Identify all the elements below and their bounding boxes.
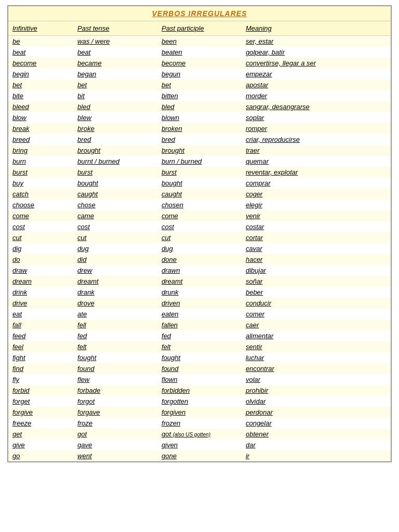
table-row: drivedrovedrivenconducir	[8, 298, 391, 309]
cell-past-tense: cut	[73, 232, 157, 243]
cell-meaning: sentir	[242, 341, 391, 352]
cell-past-tense: drew	[73, 265, 157, 276]
cell-infinitive: forbid	[8, 385, 73, 396]
table-row: getgotgot (also US gotten)obtener	[8, 429, 391, 440]
cell-past-participle: fought	[157, 352, 242, 363]
cell-past-tense: felt	[73, 341, 157, 352]
cell-past-participle: caught	[157, 189, 242, 200]
table-row: digdugdugcavar	[8, 243, 391, 254]
cell-infinitive: begin	[8, 69, 73, 79]
cell-infinitive: bite	[8, 90, 73, 101]
cell-meaning: quemar	[242, 156, 391, 167]
header-past-participle: Past participle	[157, 21, 242, 36]
cell-infinitive: do	[8, 254, 73, 265]
cell-past-participle: drawn	[157, 265, 242, 276]
cell-past-participle: burn / burned	[157, 156, 242, 167]
header-meaning: Meaning	[242, 21, 391, 36]
table-row: gowentgoneir	[8, 450, 391, 461]
cell-meaning: comprar	[242, 178, 391, 189]
cell-meaning: perdonar	[242, 407, 391, 418]
cell-past-participle: been	[157, 36, 242, 47]
cell-infinitive: breed	[8, 134, 73, 145]
cell-infinitive: eat	[8, 309, 73, 320]
cell-infinitive: forgive	[8, 407, 73, 418]
table-row: becomebecamebecomeconvertirse, llegar a …	[8, 58, 391, 69]
cell-past-participle: cut	[157, 232, 242, 243]
table-row: freezefrozefrozencongelar	[8, 418, 391, 429]
cell-past-tense: forgave	[73, 407, 157, 418]
cell-meaning: luchar	[242, 352, 391, 363]
cell-past-tense: caught	[73, 189, 157, 200]
cell-meaning: alimentar	[242, 330, 391, 341]
table-row: flyflewflownvolar	[8, 374, 391, 385]
cell-meaning: caer	[242, 320, 391, 330]
cell-meaning: comer	[242, 309, 391, 320]
table-row: fallfellfallencaer	[8, 320, 391, 330]
table-row: beatbeatbeatengolpear, batir	[8, 47, 391, 58]
cell-past-participle: fallen	[157, 320, 242, 330]
cell-meaning: congelar	[242, 418, 391, 429]
cell-past-tense: burst	[73, 167, 157, 178]
cell-past-tense: bred	[73, 134, 157, 145]
cell-infinitive: fly	[8, 374, 73, 385]
cell-infinitive: fight	[8, 352, 73, 363]
table-title-row: VERBOS IRREGULARES	[8, 6, 391, 21]
cell-past-tense: fell	[73, 320, 157, 330]
cell-infinitive: bleed	[8, 101, 73, 112]
table-row: findfoundfoundencontrar	[8, 363, 391, 374]
cell-infinitive: forget	[8, 396, 73, 407]
cell-past-participle: bled	[157, 101, 242, 112]
cell-infinitive: break	[8, 123, 73, 134]
cell-infinitive: find	[8, 363, 73, 374]
table-row: givegavegivendar	[8, 440, 391, 450]
cell-meaning: morder	[242, 90, 391, 101]
table-row: blowblewblownsoplar	[8, 112, 391, 123]
irregular-verbs-table: Infinitive Past tense Past participle Me…	[8, 21, 391, 461]
table-row: burnburnt / burnedburn / burnedquemar	[8, 156, 391, 167]
cell-past-participle: become	[157, 58, 242, 69]
cell-infinitive: go	[8, 450, 73, 461]
table-row: dodiddonehacer	[8, 254, 391, 265]
cell-meaning: cavar	[242, 243, 391, 254]
cell-past-participle: forgiven	[157, 407, 242, 418]
cell-meaning: beber	[242, 287, 391, 298]
table-row: feelfeltfeltsentir	[8, 341, 391, 352]
table-row: eatateeatencomer	[8, 309, 391, 320]
cell-past-tense: came	[73, 210, 157, 221]
table-row: costcostcostcostar	[8, 221, 391, 232]
cell-meaning: traer	[242, 145, 391, 156]
cell-meaning: olvidar	[242, 396, 391, 407]
cell-past-participle: dug	[157, 243, 242, 254]
cell-past-tense: got	[73, 429, 157, 440]
cell-infinitive: catch	[8, 189, 73, 200]
cell-past-tense: flew	[73, 374, 157, 385]
table-row: bitebitbittenmorder	[8, 90, 391, 101]
table-row: cutcutcutcortar	[8, 232, 391, 243]
cell-past-participle: gone	[157, 450, 242, 461]
header-row: Infinitive Past tense Past participle Me…	[8, 21, 391, 36]
cell-past-tense: found	[73, 363, 157, 374]
cell-past-participle: eaten	[157, 309, 242, 320]
cell-past-participle: burst	[157, 167, 242, 178]
cell-infinitive: feed	[8, 330, 73, 341]
cell-past-participle: got (also US gotten)	[157, 429, 242, 440]
table-body: bewas / werebeenser, estarbeatbeatbeaten…	[8, 36, 391, 462]
cell-past-tense: chose	[73, 200, 157, 210]
cell-past-tense: brought	[73, 145, 157, 156]
cell-infinitive: draw	[8, 265, 73, 276]
cell-infinitive: become	[8, 58, 73, 69]
table-row: bewas / werebeenser, estar	[8, 36, 391, 47]
table-row: beginbeganbegunempezar	[8, 69, 391, 79]
cell-past-participle: driven	[157, 298, 242, 309]
cell-meaning: soñar	[242, 276, 391, 287]
cell-past-tense: burnt / burned	[73, 156, 157, 167]
cell-past-tense: began	[73, 69, 157, 79]
cell-past-tense: fought	[73, 352, 157, 363]
cell-infinitive: bet	[8, 79, 73, 90]
cell-infinitive: drive	[8, 298, 73, 309]
cell-infinitive: be	[8, 36, 73, 47]
cell-past-participle: broken	[157, 123, 242, 134]
cell-past-participle: flown	[157, 374, 242, 385]
cell-meaning: ser, estar	[242, 36, 391, 47]
cell-past-tense: ate	[73, 309, 157, 320]
